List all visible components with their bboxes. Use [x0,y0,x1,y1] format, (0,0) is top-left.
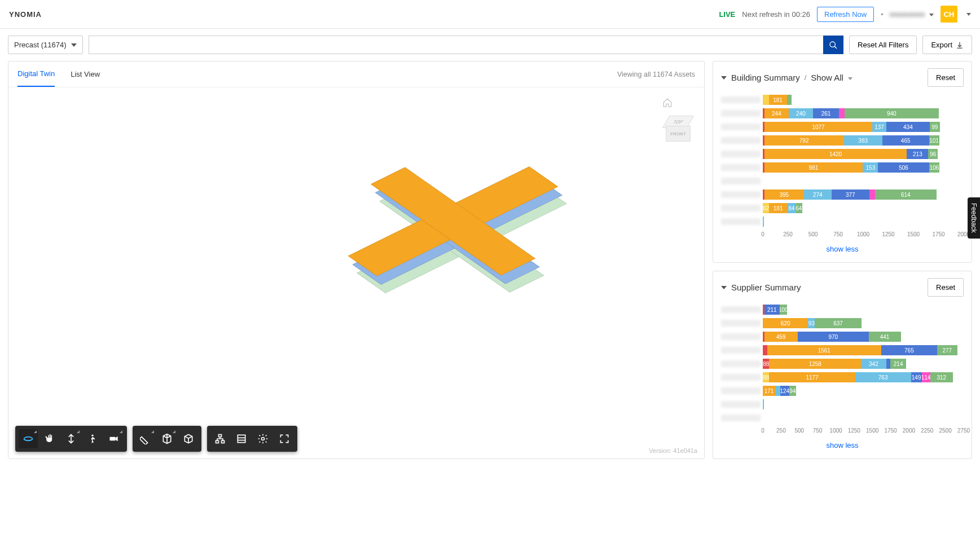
bar[interactable]: 459970441 [763,332,964,342]
bar-segment[interactable]: 459 [764,332,798,342]
bar[interactable]: 62093637 [763,318,964,328]
show-all-dropdown[interactable]: Show All [811,73,852,82]
show-less-link[interactable]: show less [826,441,858,449]
bar-segment[interactable]: 101 [929,135,939,146]
reset-filters-button[interactable]: Reset All Filters [849,36,917,54]
bar-segment[interactable]: 93 [808,318,815,328]
bar-segment[interactable]: 114 [922,372,930,382]
bar-segment[interactable]: 100 [780,305,787,315]
chevron-down-icon[interactable] [966,13,971,16]
search-button[interactable] [823,36,843,54]
show-less-link[interactable]: show less [826,245,858,253]
section-tool[interactable] [157,429,177,448]
bar[interactable] [763,413,964,423]
f screen-tool[interactable] [275,429,294,448]
bar-segment[interactable]: 244 [764,108,789,118]
model-tree-tool[interactable] [210,429,230,448]
building-summary-chart[interactable]: 1812442402619401077137434997923834651011… [721,94,964,239]
bar[interactable]: 792383465101 [763,135,964,146]
bar-segment[interactable]: 171 [763,386,775,396]
bar-segment[interactable]: 64 [796,203,802,213]
avatar[interactable]: CH [941,6,957,23]
bar-segment[interactable]: 1258 [769,359,861,369]
home-view-button[interactable] [662,98,694,108]
bar-segment[interactable]: 620 [763,318,808,328]
bar-segment[interactable]: 312 [930,372,953,382]
bar[interactable]: 881177763149114312 [763,372,964,382]
user-menu[interactable]: • ■■■■■■■■ [881,10,934,19]
export-button[interactable]: Export [922,36,972,54]
bar-segment[interactable] [869,189,875,200]
bar-segment[interactable]: 149 [911,372,922,382]
bar[interactable]: 17112494 [763,386,964,396]
tab-list-view[interactable]: List View [71,62,100,86]
bar-segment[interactable]: 765 [881,345,937,355]
measure-tool[interactable] [136,429,155,448]
collapse-toggle[interactable] [721,286,727,289]
bar-segment[interactable]: 1177 [769,372,855,382]
bar-segment[interactable]: 614 [875,189,937,200]
bar-segment[interactable]: 342 [861,359,886,369]
bar[interactable] [763,217,964,227]
bar[interactable] [763,399,964,409]
bar-segment[interactable] [763,399,764,409]
bar-segment[interactable]: 261 [813,108,839,118]
bar[interactable]: 181 [763,95,964,105]
bar-segment[interactable]: 441 [869,332,901,342]
search-input[interactable] [89,36,824,54]
properties-tool[interactable] [232,429,251,448]
bar[interactable]: 244240261940 [763,108,964,118]
bar-segment[interactable]: 181 [769,203,787,213]
bar-segment[interactable]: 240 [789,108,813,118]
collapse-toggle[interactable] [721,76,727,80]
bar-segment[interactable]: 181 [769,95,787,105]
bar-segment[interactable]: 62 [763,203,769,213]
bar-segment[interactable]: 106 [929,162,940,173]
bar-segment[interactable]: 214 [890,359,906,369]
bar-segment[interactable]: 377 [832,189,869,200]
bar-segment[interactable]: 96 [928,149,938,159]
bar-segment[interactable]: 84 [787,203,796,213]
bar-segment[interactable]: 94 [789,386,796,396]
bar-segment[interactable] [763,95,769,105]
refresh-now-button[interactable]: Refresh Now [817,7,874,22]
bar-segment[interactable] [839,108,844,118]
bar-segment[interactable] [886,359,891,369]
bar-segment[interactable]: 88 [763,372,769,382]
bar-segment[interactable]: 99 [930,122,940,132]
reset-button[interactable]: Reset [928,278,964,297]
bar-segment[interactable]: 395 [764,189,804,200]
supplier-summary-chart[interactable]: 2111006209363745997044115617652778812583… [721,303,964,435]
bar-segment[interactable]: 1420 [764,149,907,159]
bar-segment[interactable] [775,386,780,396]
settings-tool[interactable] [253,429,273,448]
feedback-tab[interactable]: Feedback [968,197,980,239]
bar[interactable]: 142021396 [763,149,964,159]
camera-tool[interactable] [104,429,124,448]
bar-segment[interactable] [763,345,767,355]
bar-segment[interactable] [763,217,764,227]
bar[interactable]: 981153506106 [763,162,964,173]
bar-segment[interactable]: 277 [937,345,957,355]
bar-segment[interactable]: 274 [804,189,832,200]
bar-segment[interactable]: 763 [855,372,911,382]
bar-segment[interactable]: 137 [872,122,886,132]
bar-segment[interactable]: 383 [844,135,882,146]
bar-segment[interactable]: 434 [886,122,930,132]
bar-segment[interactable]: 124 [780,386,789,396]
bar-segment[interactable]: 981 [764,162,863,173]
bar[interactable]: 621818464 [763,203,964,213]
bar[interactable]: 1561765277 [763,345,964,355]
filter-type-select[interactable]: Precast (11674) [8,36,83,54]
bar[interactable]: 211100 [763,305,964,315]
bar-segment[interactable]: 637 [815,318,861,328]
explode-tool[interactable] [179,429,198,448]
zoom-tool[interactable] [61,429,81,448]
pan-tool[interactable] [40,429,59,448]
bar-segment[interactable]: 88 [763,359,769,369]
bar[interactable]: 395274377614 [763,189,964,200]
bar-segment[interactable]: 792 [764,135,844,146]
bar-segment[interactable]: 1561 [767,345,881,355]
bar[interactable]: 881258342214 [763,359,964,369]
bar-segment[interactable]: 211 [764,305,780,315]
